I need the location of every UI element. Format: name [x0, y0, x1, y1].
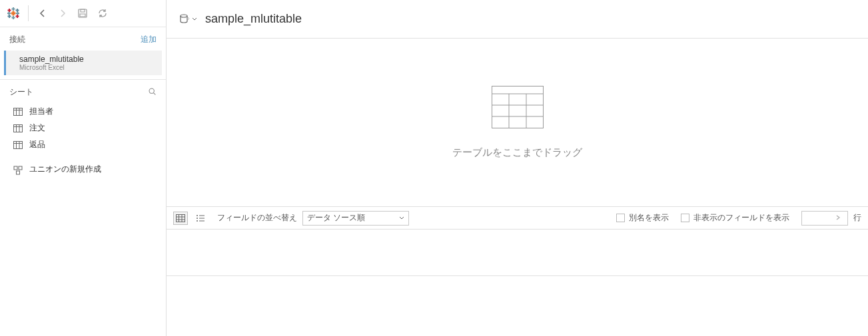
svg-rect-36: [19, 166, 22, 170]
sheets-label: シート: [9, 86, 33, 98]
rows-count-input[interactable]: [801, 211, 848, 226]
union-icon: [13, 166, 23, 174]
union-label: ユニオンの新規作成: [29, 164, 101, 175]
main-area: sample_mlutitable テーブルをここまでドラッグ: [167, 0, 868, 336]
refresh-icon[interactable]: [97, 7, 109, 19]
rows-label: 行: [853, 212, 861, 224]
sort-fields-label: フィールドの並べ替え: [217, 212, 297, 224]
sidebar: 接続 追加 sample_mlutitable Microsoft Excel …: [0, 0, 167, 336]
sheets-header: シート: [0, 80, 166, 102]
svg-rect-1: [12, 9, 15, 10]
forward-icon[interactable]: [57, 7, 69, 19]
svg-rect-23: [14, 108, 23, 115]
svg-rect-31: [14, 141, 23, 148]
toolbar-separator: [28, 5, 29, 21]
svg-point-38: [181, 15, 187, 17]
show-hidden-label: 非表示のフィールドを表示: [693, 212, 789, 224]
svg-rect-5: [9, 12, 10, 15]
sort-fields-value: データ ソース順: [307, 212, 365, 224]
svg-rect-7: [17, 12, 19, 15]
svg-rect-27: [14, 124, 23, 132]
show-hidden-checkbox[interactable]: 非表示のフィールドを表示: [681, 212, 789, 224]
connection-type: Microsoft Excel: [19, 64, 153, 71]
svg-rect-35: [14, 166, 17, 170]
checkbox-icon: [616, 214, 625, 222]
show-alias-label: 別名を表示: [629, 212, 669, 224]
datasource-title[interactable]: sample_mlutitable: [205, 12, 302, 26]
sheet-label: 返品: [29, 139, 45, 150]
connections-label: 接続: [9, 34, 25, 45]
new-union-item[interactable]: ユニオンの新規作成: [0, 161, 166, 178]
sheet-item[interactable]: 注文: [0, 120, 166, 136]
grid-view-button[interactable]: [173, 212, 188, 225]
table-icon: [13, 141, 23, 149]
add-connection-link[interactable]: 追加: [141, 34, 157, 45]
svg-rect-3: [12, 17, 15, 19]
arrow-right-icon: [835, 214, 842, 223]
svg-line-22: [154, 92, 156, 94]
connections-header: 接続 追加: [0, 27, 166, 51]
chevron-down-icon: [399, 216, 404, 221]
svg-point-52: [197, 218, 198, 219]
data-preview-area: [167, 230, 868, 276]
sheet-item[interactable]: 担当者: [0, 103, 166, 120]
options-bar: フィールドの並べ替え データ ソース順 別名を表示 非表示のフィールドを表示 行: [167, 207, 868, 230]
database-icon[interactable]: [179, 13, 197, 25]
sort-fields-select[interactable]: データ ソース順: [302, 211, 409, 226]
svg-rect-19: [81, 9, 85, 12]
svg-rect-11: [8, 10, 11, 11]
svg-rect-9: [11, 13, 16, 15]
tableau-logo-icon: [7, 7, 20, 20]
svg-rect-15: [8, 16, 11, 17]
drop-hint-text: テーブルをここまでドラッグ: [452, 146, 582, 159]
sheet-item[interactable]: 返品: [0, 136, 166, 153]
svg-rect-39: [492, 86, 543, 128]
sheet-label: 担当者: [29, 106, 53, 117]
svg-rect-20: [80, 14, 85, 17]
table-icon: [13, 124, 23, 132]
back-icon[interactable]: [37, 7, 49, 19]
search-icon[interactable]: [148, 87, 157, 98]
connection-item[interactable]: sample_mlutitable Microsoft Excel: [4, 51, 162, 75]
svg-point-54: [197, 220, 198, 222]
datasource-header: sample_mlutitable: [167, 0, 868, 39]
svg-rect-13: [16, 10, 19, 11]
save-icon[interactable]: [77, 7, 89, 19]
svg-point-21: [149, 88, 154, 93]
list-view-button[interactable]: [193, 212, 208, 225]
svg-point-50: [197, 215, 198, 216]
svg-rect-37: [17, 171, 20, 174]
drop-canvas[interactable]: テーブルをここまでドラッグ: [167, 39, 868, 207]
svg-rect-45: [177, 214, 185, 222]
show-alias-checkbox[interactable]: 別名を表示: [616, 212, 669, 224]
checkbox-icon: [681, 214, 689, 222]
table-icon: [13, 108, 23, 116]
connection-name: sample_mlutitable: [19, 55, 153, 64]
drop-grid-icon: [492, 86, 544, 130]
svg-rect-17: [16, 16, 19, 17]
lower-blank-area: [167, 276, 868, 336]
sheet-label: 注文: [29, 122, 45, 134]
sheet-list: 担当者 注文 返品 ユニオンの新規作成: [0, 102, 166, 184]
